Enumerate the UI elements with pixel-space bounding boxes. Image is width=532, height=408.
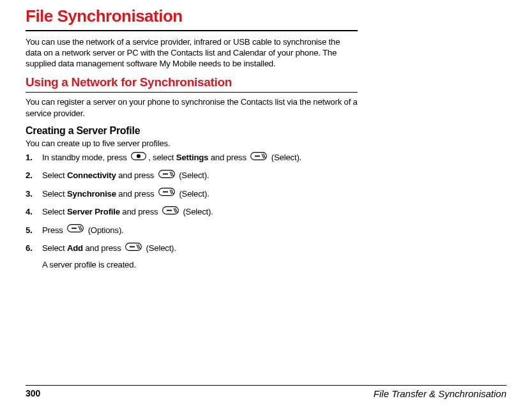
page-footer: 300 File Transfer & Synchronisation: [26, 385, 506, 399]
divider: [26, 92, 358, 93]
step-text: Press (Options).: [42, 224, 358, 237]
section-paragraph: You can register a server on your phone …: [26, 96, 358, 118]
softkey-icon: [158, 169, 175, 182]
step-text: In standby mode, press , select Settings…: [42, 151, 358, 164]
step-number: 3.: [26, 188, 42, 200]
step-item: 1.In standby mode, press , select Settin…: [26, 151, 358, 164]
step-item: 5.Press (Options).: [26, 224, 358, 237]
step-text: Select Connectivity and press (Select).: [42, 169, 358, 182]
center-key-icon: [131, 151, 146, 164]
svg-point-1: [137, 154, 141, 158]
section-footer-label: File Transfer & Synchronisation: [374, 388, 506, 399]
step-text: Select Add and press (Select).: [42, 242, 358, 255]
softkey-icon: [250, 151, 267, 164]
svg-rect-19: [72, 228, 77, 229]
subsection-paragraph: You can create up to five server profile…: [26, 138, 358, 149]
svg-rect-23: [130, 246, 135, 247]
softkey-icon: [158, 187, 175, 200]
steps-list: 1.In standby mode, press , select Settin…: [26, 151, 358, 255]
step-text: Select Synchronise and press (Select).: [42, 188, 358, 200]
intro-paragraph: You can use the network of a service pro…: [26, 36, 358, 69]
step-item: 4.Select Server Profile and press (Selec…: [26, 206, 358, 218]
step-item: 2.Select Connectivity and press (Select)…: [26, 169, 358, 182]
step-number: 6.: [26, 242, 42, 255]
step-number: 1.: [26, 151, 42, 164]
divider: [26, 30, 358, 31]
step-number: 4.: [26, 206, 42, 218]
step-item: 6.Select Add and press (Select).: [26, 242, 358, 255]
step-item: 3.Select Synchronise and press (Select).: [26, 188, 358, 200]
svg-rect-15: [167, 209, 172, 211]
svg-rect-3: [255, 155, 260, 156]
result-text: A server profile is created.: [42, 260, 358, 269]
section-heading: Using a Network for Synchronisation: [26, 75, 358, 89]
svg-rect-7: [163, 174, 168, 175]
step-text: Select Server Profile and press (Select)…: [42, 206, 358, 218]
subsection-heading: Creating a Server Profile: [26, 125, 358, 137]
softkey-icon: [67, 223, 84, 236]
softkey-icon: [125, 242, 142, 255]
page-title: File Synchronisation: [26, 6, 358, 26]
step-number: 2.: [26, 169, 42, 182]
page-number: 300: [26, 388, 40, 399]
step-number: 5.: [26, 224, 42, 237]
svg-rect-11: [163, 192, 168, 193]
softkey-icon: [162, 206, 179, 218]
